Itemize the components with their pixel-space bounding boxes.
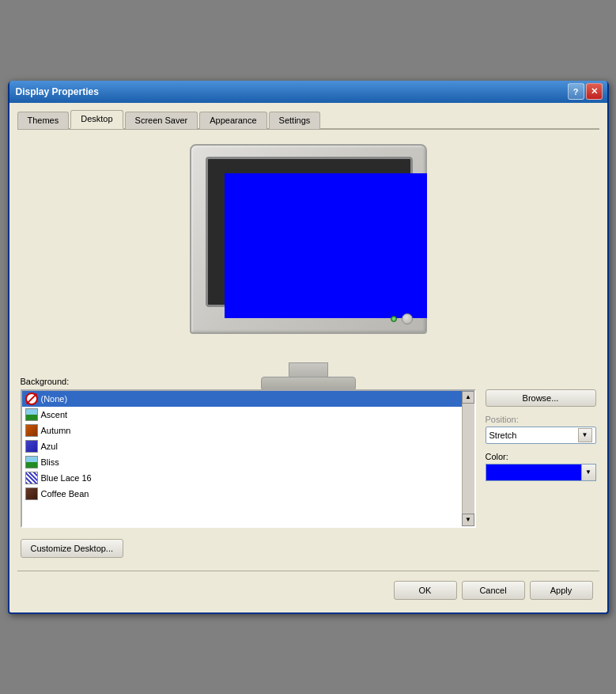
- bottom-buttons: OK Cancel Apply: [17, 571, 599, 605]
- coffeebean-icon: [25, 487, 38, 500]
- position-dropdown-arrow[interactable]: ▼: [578, 428, 592, 442]
- list-item-label: Blue Lace 16: [41, 473, 92, 483]
- apply-button[interactable]: Apply: [530, 581, 593, 600]
- bliss-icon: [25, 456, 38, 468]
- list-item[interactable]: (None): [22, 391, 474, 407]
- right-panel: Browse... Position: Stretch ▼ Color: ▼: [486, 389, 596, 481]
- monitor-body: [190, 144, 427, 334]
- list-item-label: Bliss: [41, 457, 59, 467]
- tab-content-desktop: Background: (None): [17, 136, 599, 563]
- list-item[interactable]: Coffee Bean: [22, 486, 474, 502]
- azul-icon: [25, 440, 38, 453]
- tab-screen-saver[interactable]: Screen Saver: [125, 112, 198, 129]
- color-label: Color:: [486, 452, 596, 461]
- list-item-icon: [25, 440, 38, 453]
- monitor-bottom: [191, 313, 429, 324]
- position-value: Stretch: [489, 430, 517, 440]
- bluelace-icon: [25, 472, 38, 484]
- color-group: Color: ▼: [486, 452, 596, 481]
- tab-appearance[interactable]: Appearance: [199, 112, 266, 129]
- color-dropdown-button[interactable]: ▼: [581, 464, 595, 481]
- none-icon: [25, 393, 38, 405]
- background-list-inner: (None) Ascent: [22, 391, 474, 526]
- window-content: Themes Desktop Screen Saver Appearance S…: [9, 103, 607, 612]
- position-label: Position:: [486, 415, 596, 424]
- background-section: (None) Ascent: [21, 389, 596, 528]
- monitor-led: [391, 316, 397, 322]
- list-item[interactable]: Blue Lace 16: [22, 470, 474, 486]
- customize-desktop-button[interactable]: Customize Desktop...: [21, 539, 124, 558]
- title-bar: Display Properties ? ✕: [9, 81, 607, 103]
- close-button[interactable]: ✕: [586, 83, 603, 100]
- customize-section: Customize Desktop...: [21, 539, 596, 558]
- tab-settings[interactable]: Settings: [269, 112, 321, 129]
- ascent-icon: [25, 408, 38, 421]
- scroll-down-button[interactable]: ▼: [462, 514, 474, 526]
- list-item-label: Azul: [41, 442, 58, 451]
- list-item-icon: [25, 424, 38, 437]
- monitor-screen: [225, 173, 427, 318]
- position-group: Position: Stretch ▼: [486, 415, 596, 444]
- help-button[interactable]: ?: [568, 83, 584, 100]
- list-item-label: Coffee Bean: [41, 489, 89, 499]
- scroll-track: [463, 404, 474, 514]
- list-item[interactable]: Ascent: [22, 407, 474, 423]
- title-bar-buttons: ? ✕: [568, 83, 603, 100]
- tabs-row: Themes Desktop Screen Saver Appearance S…: [17, 109, 599, 130]
- cancel-button[interactable]: Cancel: [462, 581, 525, 600]
- autumn-icon: [25, 424, 38, 437]
- color-picker[interactable]: ▼: [486, 464, 596, 481]
- position-select[interactable]: Stretch ▼: [486, 427, 596, 444]
- tab-desktop[interactable]: Desktop: [70, 110, 123, 129]
- list-item-label: Autumn: [41, 426, 71, 435]
- list-item[interactable]: Bliss: [22, 454, 474, 470]
- window-title: Display Properties: [14, 86, 99, 97]
- list-item[interactable]: Autumn: [22, 423, 474, 438]
- scroll-up-button[interactable]: ▲: [462, 391, 474, 404]
- monitor-power-button[interactable]: [402, 313, 413, 324]
- list-item-label: (None): [41, 394, 68, 404]
- ok-button[interactable]: OK: [394, 581, 457, 600]
- monitor-preview-container: [21, 144, 596, 366]
- background-list-container: (None) Ascent: [21, 389, 476, 528]
- list-item-label: Ascent: [41, 410, 68, 419]
- list-item-icon: [25, 393, 38, 405]
- list-item-icon: [25, 456, 38, 468]
- background-list[interactable]: (None) Ascent: [21, 389, 476, 528]
- monitor-bezel: [206, 157, 413, 307]
- list-item-icon: [25, 408, 38, 421]
- browse-button[interactable]: Browse...: [486, 389, 596, 407]
- display-properties-window: Display Properties ? ✕ Themes Desktop Sc…: [8, 81, 609, 614]
- scrollbar[interactable]: ▲ ▼: [462, 391, 474, 526]
- list-item[interactable]: Azul: [22, 438, 474, 454]
- tab-themes[interactable]: Themes: [17, 112, 70, 129]
- color-swatch: [486, 465, 581, 480]
- monitor-wrapper: [190, 144, 427, 366]
- list-item-icon: [25, 487, 38, 500]
- list-item-icon: [25, 472, 38, 484]
